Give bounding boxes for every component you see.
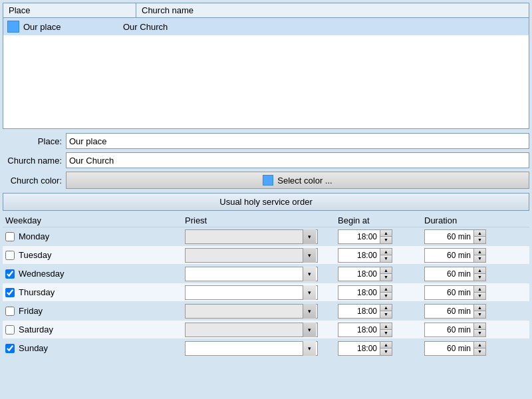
table-empty-area [3,35,529,128]
dropdown-arrow-icon[interactable]: ▾ [303,267,316,281]
time-spinner: ▲ ▼ [338,285,398,300]
duration-up-button[interactable]: ▲ [474,323,485,331]
time-spinner: ▲ ▼ [338,304,398,319]
duration-input[interactable] [424,323,474,337]
duration-down-button[interactable]: ▼ [474,311,485,318]
duration-cell: ▲ ▼ [424,341,511,356]
time-down-button[interactable]: ▼ [380,293,392,299]
dropdown-arrow-icon[interactable]: ▾ [303,285,316,300]
time-input[interactable] [338,267,380,281]
time-up-button[interactable]: ▲ [380,323,392,331]
duration-input[interactable] [424,341,474,356]
time-input[interactable] [338,341,380,356]
duration-up-button[interactable]: ▲ [474,286,485,293]
select-color-button[interactable]: Select color ... [66,172,529,189]
duration-down-button[interactable]: ▼ [474,348,485,355]
day-checkbox[interactable] [5,269,15,279]
begin-cell: ▲ ▼ [338,248,424,263]
church-label: Church name: [3,156,66,166]
time-up-button[interactable]: ▲ [380,342,392,349]
duration-down-button[interactable]: ▼ [474,330,485,336]
duration-input[interactable] [424,285,474,300]
duration-spinner: ▲ ▼ [424,267,497,281]
time-input[interactable] [338,285,380,300]
time-up-button[interactable]: ▲ [380,305,392,312]
table-row[interactable]: Our place Our Church [3,18,529,35]
duration-spinner-buttons: ▲ ▼ [474,323,486,337]
duration-input[interactable] [424,229,474,244]
duration-spinner: ▲ ▼ [424,248,497,263]
time-down-button[interactable]: ▼ [380,348,392,355]
time-up-button[interactable]: ▲ [380,267,392,275]
priest-dropdown: ▾ [185,323,318,337]
time-up-button[interactable]: ▲ [380,249,392,256]
color-preview-swatch [263,175,273,186]
duration-spinner: ▲ ▼ [424,229,497,244]
time-up-button[interactable]: ▲ [380,286,392,293]
time-input[interactable] [338,248,380,263]
time-input[interactable] [338,229,380,244]
dropdown-arrow-icon[interactable]: ▾ [303,341,316,356]
place-input[interactable] [66,133,529,149]
place-label: Place: [3,136,66,146]
time-down-button[interactable]: ▼ [380,311,392,318]
duration-cell: ▲ ▼ [424,248,511,263]
duration-down-button[interactable]: ▼ [474,293,485,299]
priest-dropdown[interactable]: ▾ [185,267,318,281]
day-checkbox[interactable] [5,288,15,297]
col-church: Church name [136,3,529,17]
church-name-row: Church name: [3,152,529,168]
time-down-button[interactable]: ▼ [380,330,392,336]
time-down-button[interactable]: ▼ [380,255,392,262]
time-spinner: ▲ ▼ [338,229,398,244]
priest-cell: ▾ [185,323,338,337]
time-down-button[interactable]: ▼ [380,274,392,281]
header-weekday: Weekday [5,215,185,225]
duration-up-button[interactable]: ▲ [474,249,485,256]
duration-spinner-buttons: ▲ ▼ [474,304,486,319]
duration-input[interactable] [424,304,474,319]
color-label: Church color: [3,176,66,186]
time-input[interactable] [338,304,380,319]
time-spinner-buttons: ▲ ▼ [380,341,392,356]
time-down-button[interactable]: ▼ [380,237,392,243]
service-section-header: Usual holy service order [3,193,529,211]
time-spinner-buttons: ▲ ▼ [380,304,392,319]
select-color-label: Select color ... [277,176,332,186]
duration-up-button[interactable]: ▲ [474,230,485,237]
day-name: Thursday [19,287,55,297]
service-row: Thursday ▾ ▲ ▼ ▲ ▼ [3,283,529,302]
priest-dropdown[interactable]: ▾ [185,285,318,300]
place-row: Place: [3,133,529,149]
table-header: Place Church name [3,3,529,18]
time-up-button[interactable]: ▲ [380,230,392,237]
duration-up-button[interactable]: ▲ [474,305,485,312]
day-checkbox[interactable] [5,344,15,353]
begin-cell: ▲ ▼ [338,341,424,356]
day-checkbox[interactable] [5,251,15,260]
priest-cell: ▾ [185,229,338,244]
duration-input[interactable] [424,267,474,281]
duration-cell: ▲ ▼ [424,285,511,300]
duration-cell: ▲ ▼ [424,323,511,337]
duration-up-button[interactable]: ▲ [474,342,485,349]
day-cell: Sunday [5,343,185,353]
dropdown-arrow-icon: ▾ [303,323,316,337]
duration-input[interactable] [424,248,474,263]
priest-dropdown: ▾ [185,229,318,244]
duration-down-button[interactable]: ▼ [474,255,485,262]
duration-up-button[interactable]: ▲ [474,267,485,275]
time-input[interactable] [338,323,380,337]
day-checkbox[interactable] [5,325,15,334]
day-checkbox[interactable] [5,307,15,316]
service-row: Wednesday ▾ ▲ ▼ ▲ ▼ [3,265,529,283]
duration-down-button[interactable]: ▼ [474,274,485,281]
day-cell: Saturday [5,325,185,334]
priest-dropdown[interactable]: ▾ [185,341,318,356]
day-checkbox[interactable] [5,232,15,241]
church-input[interactable] [66,152,529,168]
duration-down-button[interactable]: ▼ [474,237,485,243]
header-priest: Priest [185,215,338,225]
duration-cell: ▲ ▼ [424,267,511,281]
duration-spinner: ▲ ▼ [424,341,497,356]
